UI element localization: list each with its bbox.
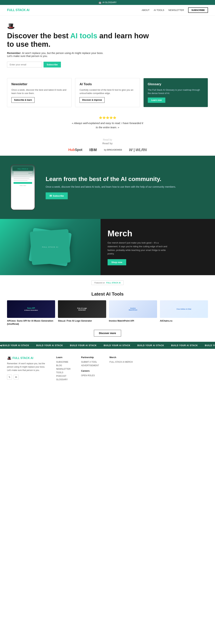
merch-title: Merch: [108, 228, 208, 238]
community-text: Learn from the best of the AI community.…: [46, 175, 208, 199]
ticker-inner: ◀ BUILD YOUR AI STACK BUILD YOUR AI STAC…: [0, 344, 215, 347]
tool-card-2: InvoiceMatchPoint Invoice MatchPoint API: [109, 300, 157, 326]
footer-open-roles-link[interactable]: OPEN ROLES: [81, 374, 99, 377]
phone-mockup-container: FULL STACK AI Today's Stack: [7, 164, 39, 210]
subscribe-button[interactable]: Subscribe: [43, 62, 61, 68]
glossary-card-button[interactable]: Learn now: [148, 98, 165, 103]
hero-icon: 🎩: [7, 22, 151, 30]
phone-mockup: FULL STACK AI Today's Stack: [10, 164, 35, 210]
discover-more-button[interactable]: Discover more: [94, 330, 121, 336]
hero-section: 🎩 Discover the best AI tools and learn h…: [0, 16, 158, 73]
tools-grid: Suno APIAI Music Generation API.box: Sun…: [7, 300, 208, 326]
tool-name-0: API.box: Suno API for AI Music Generatio…: [7, 319, 55, 326]
site-logo[interactable]: FULL STACK AI: [7, 8, 29, 12]
footer-merch-title: Merch: [110, 356, 133, 359]
community-title: Learn from the best of the AI community.: [46, 175, 208, 182]
footer-merch-col: Merch FULL STACK AI MERCH: [110, 356, 133, 382]
nav-ai-tools[interactable]: AI TOOLS: [154, 9, 164, 12]
featured-name: FULL STACK AI: [106, 282, 121, 284]
footer-partnership-col: Partnership SUBMIT A TOOL ADVERTISEMENT …: [81, 356, 99, 382]
newsletter-card-desc: Once a week, discover the best and lates…: [11, 88, 67, 95]
hero-title: Discover the best AI tools and learn how…: [7, 32, 151, 49]
footer-careers-title: Careers: [81, 370, 99, 372]
ticker-item: BUILD YOUR AI STACK: [36, 344, 63, 347]
top-banner: 🤖 AI GLOSSARY: [0, 0, 215, 5]
twitter-icon[interactable]: 𝕏: [7, 375, 12, 380]
tool-name-2: Invoice MatchPoint API: [109, 319, 157, 322]
nav-subscribe-button[interactable]: SUBSCRIBE: [188, 8, 208, 13]
readby-label2: Read by: [7, 142, 208, 145]
readby-section: Read by Read by HubSpot IBM by BRIGADEWE…: [0, 135, 215, 156]
footer-advertisement-link[interactable]: ADVERTISEMENT: [81, 364, 99, 367]
tool-thumb-0: Suno APIAI Music Generation: [7, 300, 55, 318]
footer-learn-col: Learn SUBSCRIBE BLOG NEWSLETTER TOOLS PO…: [56, 356, 71, 382]
glossary-card-title: Glossary: [148, 82, 204, 86]
community-subscribe-button[interactable]: ✉ Subscribe: [46, 192, 68, 199]
featured-prefix: Featured on: [94, 282, 105, 284]
ticker-item: BUILD YOUR AI STACK: [104, 344, 130, 347]
ai-tools-card: AI Tools Carefully curated list of the b…: [75, 78, 140, 107]
footer-podcast-link[interactable]: PODCAST: [56, 375, 71, 377]
banner-text: AI GLOSSARY: [102, 1, 117, 4]
footer-tools-link[interactable]: TOOLS: [56, 371, 71, 374]
ai-tools-card-button[interactable]: Discover & improve: [79, 97, 105, 103]
footer-blog-link[interactable]: BLOG: [56, 364, 71, 367]
email-input[interactable]: [7, 62, 42, 68]
tool-thumb-3: Free Online AI Chat: [160, 300, 208, 318]
community-section: FULL STACK AI Today's Stack Lea: [0, 156, 215, 219]
cards-section: Newsletter Once a week, discover the bes…: [0, 73, 215, 112]
nav-about[interactable]: ABOUT: [142, 9, 150, 12]
tool-name-1: Slea.ai: Free AI Logo Generator: [58, 319, 106, 322]
brigade-logo: by BRIGADEWEB: [104, 148, 122, 151]
partner-logos: HubSpot IBM by BRIGADEWEB W | WLRN: [7, 148, 208, 152]
footer-social: 𝕏 in: [7, 375, 46, 380]
testimonial-text: « Always well-explained and easy to read…: [71, 121, 144, 130]
ai-tools-card-title: AI Tools: [79, 82, 135, 86]
merch-section: FULL STACK AI FULL STACK AI Merch Our me…: [0, 219, 215, 275]
footer-merch-link[interactable]: FULL STACK AI MERCH: [110, 361, 133, 363]
footer-partnership-title: Partnership: [81, 356, 99, 359]
footer-submit-tool-link[interactable]: SUBMIT A TOOL: [81, 361, 99, 363]
nav-newsletter[interactable]: NEWSLETTER: [169, 9, 184, 12]
wlrn-logo: W | WLRN: [129, 148, 147, 152]
ticker-bar: ◀ BUILD YOUR AI STACK BUILD YOUR AI STAC…: [0, 342, 215, 349]
testimonial-section: ⭐⭐⭐⭐⭐ « Always well-explained and easy t…: [0, 112, 215, 135]
tool-card-0: Suno APIAI Music Generation API.box: Sun…: [7, 300, 55, 326]
tool-card-3: Free Online AI Chat AIChatru.ru: [160, 300, 208, 326]
hubspot-logo: HubSpot: [68, 148, 82, 152]
ai-tools-card-desc: Carefully curated list of the best AI to…: [79, 88, 135, 95]
hero-subtitle: Remember: AI won't replace you, but the …: [7, 52, 105, 58]
tool-thumb-1: Free AI LogoGenerator: [58, 300, 106, 318]
glossary-card: Glossary The Full Stack AI Glossary is y…: [143, 78, 208, 107]
latest-tools-title: Latest AI Tools: [7, 291, 208, 297]
footer-logo: 🎩 FULL STACK AI: [7, 356, 46, 360]
banner-icon: 🤖: [98, 1, 101, 4]
footer-top: 🎩 FULL STACK AI Remember: AI won't repla…: [7, 356, 208, 382]
hero-form: Subscribe: [7, 62, 151, 68]
ticker-item: BUILD YOUR AI STACK: [137, 344, 164, 347]
readby-label1: Read by: [7, 138, 208, 141]
featured-badge: Featured on FULL STACK AI: [91, 280, 124, 285]
ibm-logo: IBM: [89, 148, 97, 152]
footer-learn-title: Learn: [56, 356, 71, 359]
footer-desc: Remember: AI won't replace you, but the …: [7, 362, 46, 372]
linkedin-icon[interactable]: in: [14, 375, 19, 380]
ticker-item: BUILD YOUR AI STACK: [205, 344, 215, 347]
navigation: FULL STACK AI ABOUT AI TOOLS NEWSLETTER …: [0, 5, 215, 16]
ticker-item: BUILD YOUR AI STACK: [70, 344, 97, 347]
latest-tools-section: Latest AI Tools Suno APIAI Music Generat…: [0, 291, 215, 342]
community-desc: Once a week, discover the best and lates…: [46, 185, 208, 189]
newsletter-card: Newsletter Once a week, discover the bes…: [7, 78, 72, 107]
footer-newsletter-link[interactable]: NEWSLETTER: [56, 368, 71, 370]
merch-desc: Our merch doesn't just make you look goo…: [108, 241, 167, 256]
ticker-item: ◀ BUILD YOUR AI STACK: [0, 344, 29, 347]
newsletter-card-button[interactable]: Subscribe & learn: [11, 97, 34, 103]
footer-brand: 🎩 FULL STACK AI Remember: AI won't repla…: [7, 356, 46, 382]
stars: ⭐⭐⭐⭐⭐: [7, 116, 208, 119]
tool-name-3: AIChatru.ru: [160, 319, 208, 322]
footer-glossary-link[interactable]: GLOSSARY: [56, 378, 71, 381]
footer: 🎩 FULL STACK AI Remember: AI won't repla…: [0, 349, 215, 394]
shop-now-button[interactable]: Shop now: [108, 259, 126, 265]
glossary-card-desc: The Full Stack AI Glossary is your roadm…: [148, 88, 204, 96]
footer-subscribe-link[interactable]: SUBSCRIBE: [56, 361, 71, 363]
